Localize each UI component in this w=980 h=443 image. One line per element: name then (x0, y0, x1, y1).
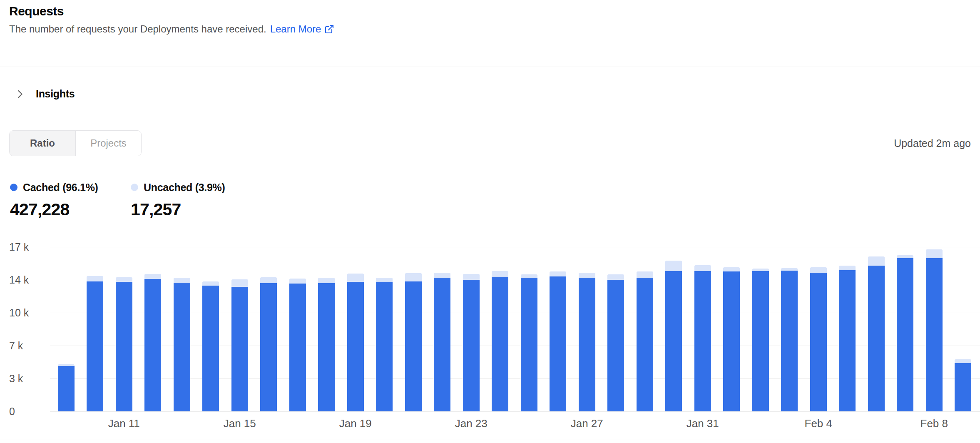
learn-more-label: Learn More (270, 23, 321, 35)
bar-feb-6[interactable] (862, 233, 891, 411)
bar-feb-3[interactable] (775, 233, 804, 411)
bar-uncached-segment (955, 359, 971, 363)
tab-ratio[interactable]: Ratio (10, 131, 76, 156)
bar-uncached-segment (463, 274, 480, 280)
y-axis-tick-label: 14 k (9, 274, 29, 286)
bar-cached-segment (868, 266, 885, 411)
bar-uncached-segment (174, 278, 190, 283)
bar-cached-segment (694, 271, 711, 411)
bar-jan-26[interactable] (544, 233, 573, 411)
bar-cached-segment (665, 271, 682, 411)
x-axis-tick-label: Jan 23 (455, 417, 488, 430)
bar-cached-segment (231, 287, 248, 411)
bar-jan-18[interactable] (312, 233, 341, 411)
bar-feb-7[interactable] (891, 233, 920, 411)
bar-cached-segment (637, 278, 653, 411)
gridline (50, 411, 980, 412)
bar-feb-8[interactable]: Feb 8 (920, 233, 949, 411)
bar-uncached-segment (87, 276, 103, 281)
insights-label: Insights (36, 88, 75, 100)
bar-jan-19[interactable]: Jan 19 (341, 233, 370, 411)
bar-uncached-segment (116, 277, 132, 281)
bar-uncached-segment (376, 278, 393, 282)
bar-cached-segment (87, 281, 103, 412)
bar-uncached-segment (202, 281, 219, 286)
legend-item-uncached: Uncached (3.9%) 17,257 (131, 182, 225, 219)
bar-cached-segment (897, 258, 913, 411)
legend-dot-uncached (131, 184, 138, 191)
bar-jan-16[interactable] (254, 233, 284, 411)
bar-uncached-segment (637, 271, 653, 278)
chevron-right-icon (14, 88, 26, 100)
bar-uncached-segment (492, 271, 508, 277)
bar-jan-12[interactable] (139, 233, 168, 411)
bar-jan-11[interactable]: Jan 11 (109, 233, 139, 411)
x-axis-tick-label: Jan 27 (571, 417, 603, 430)
bar-cached-segment (607, 280, 624, 411)
bar-uncached-segment (289, 279, 306, 284)
bar-jan-14[interactable] (196, 233, 226, 411)
bar-jan-21[interactable] (399, 233, 428, 411)
bar-jan-30[interactable] (659, 233, 689, 411)
bar-cached-segment (955, 363, 971, 411)
legend-toggle-uncached[interactable]: Uncached (3.9%) (131, 182, 225, 193)
bar-cached-segment (926, 258, 943, 411)
bar-feb-5[interactable] (833, 233, 862, 411)
y-axis-tick-label: 7 k (9, 339, 23, 352)
legend-label-uncached: Uncached (3.9%) (144, 182, 225, 194)
page-title: Requests (9, 4, 334, 18)
bar-feb-2[interactable] (746, 233, 775, 411)
tab-projects[interactable]: Projects (76, 131, 141, 156)
bar-cached-segment (579, 278, 595, 411)
uncached-total: 17,257 (131, 200, 225, 219)
bar-uncached-segment (839, 266, 856, 270)
subtitle-text: The number of requests your Deployments … (9, 23, 266, 35)
view-toggle: Ratio Projects (9, 130, 142, 156)
y-axis-tick-label: 10 k (9, 306, 29, 319)
bar-cached-segment (839, 270, 856, 411)
y-axis-tick-label: 0 (9, 405, 15, 418)
bar-jan-23[interactable]: Jan 23 (457, 233, 486, 411)
bar-jan-29[interactable] (630, 233, 659, 411)
x-axis-tick-label: Jan 15 (224, 417, 256, 430)
bar-cached-segment (752, 271, 769, 411)
legend-label-cached: Cached (96.1%) (23, 182, 98, 194)
chart-plot: Jan 11Jan 15Jan 19Jan 23Jan 27Jan 31Feb … (52, 233, 978, 411)
bar-uncached-segment (926, 249, 943, 258)
bar-jan-27[interactable]: Jan 27 (572, 233, 602, 411)
learn-more-link[interactable]: Learn More (270, 23, 335, 35)
bar-feb-9[interactable] (949, 233, 978, 411)
bar-jan-9[interactable] (52, 233, 81, 411)
legend-dot-cached (10, 184, 17, 191)
bar-cached-segment (376, 282, 393, 411)
bar-jan-17[interactable] (283, 233, 312, 411)
bar-uncached-segment (868, 256, 885, 266)
bar-jan-13[interactable] (167, 233, 196, 411)
bar-uncached-segment (694, 265, 711, 271)
chart: 03 k7 k10 k14 k17 k Jan 11Jan 15Jan 19Ja… (0, 233, 980, 441)
x-axis-tick-label: Jan 11 (108, 417, 140, 430)
legend-toggle-cached[interactable]: Cached (96.1%) (10, 182, 98, 193)
bar-uncached-segment (434, 273, 450, 278)
bar-uncached-segment (260, 277, 277, 283)
updated-status: Updated 2m ago (894, 137, 971, 149)
bar-uncached-segment (897, 255, 913, 258)
y-axis-tick-label: 3 k (9, 372, 23, 385)
bar-jan-22[interactable] (428, 233, 457, 411)
bar-jan-31[interactable]: Jan 31 (688, 233, 717, 411)
bar-cached-segment (723, 271, 740, 411)
bar-uncached-segment (347, 274, 364, 282)
bar-jan-15[interactable]: Jan 15 (225, 233, 254, 411)
bar-jan-28[interactable] (602, 233, 631, 411)
bar-cached-segment (463, 280, 480, 411)
legend-item-cached: Cached (96.1%) 427,228 (10, 182, 98, 219)
bar-cached-segment (405, 281, 422, 412)
bar-cached-segment (116, 282, 132, 411)
bar-feb-1[interactable] (717, 233, 746, 411)
bar-jan-10[interactable] (81, 233, 110, 411)
bar-jan-20[interactable] (370, 233, 399, 411)
insights-expander[interactable]: Insights (0, 67, 980, 121)
bar-jan-24[interactable] (486, 233, 515, 411)
bar-jan-25[interactable] (515, 233, 544, 411)
bar-feb-4[interactable]: Feb 4 (804, 233, 833, 411)
